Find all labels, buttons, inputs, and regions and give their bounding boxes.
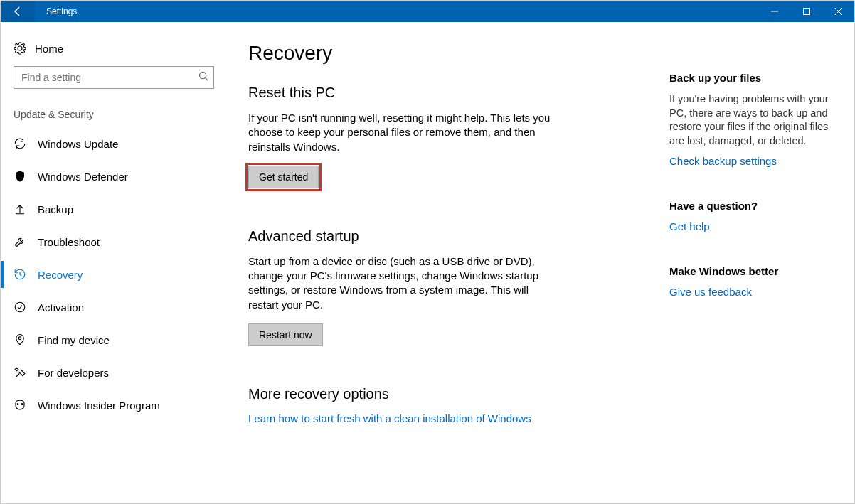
question-block: Have a question? Get help [669,200,833,232]
home-label: Home [35,43,63,55]
search-icon [198,71,209,84]
advanced-startup-section: Advanced startup Start up from a device … [248,228,647,346]
svg-point-5 [18,337,21,340]
restart-now-button[interactable]: Restart now [248,323,323,346]
sidebar-item-activation[interactable]: Activation [1,291,227,323]
more-recovery-section: More recovery options Learn how to start… [248,386,647,424]
backup-help-body: If you're having problems with your PC, … [669,92,833,148]
sidebar-item-label: Windows Update [38,138,118,150]
svg-rect-1 [803,9,809,15]
question-heading: Have a question? [669,200,833,212]
reset-body: If your PC isn't running well, resetting… [248,111,561,154]
feedback-heading: Make Windows better [669,265,833,277]
sidebar-item-backup[interactable]: Backup [1,193,227,225]
check-backup-link[interactable]: Check backup settings [669,155,833,167]
sidebar-item-label: Windows Defender [38,171,128,183]
sidebar-section-label: Update & Security [1,89,227,127]
close-button[interactable] [822,1,854,22]
sidebar-item-windows-defender[interactable]: Windows Defender [1,160,227,193]
titlebar: Settings [1,1,854,22]
tools-icon [14,366,38,379]
get-started-button[interactable]: Get started [248,166,319,188]
sidebar-item-label: Windows Insider Program [38,400,160,412]
maximize-button[interactable] [790,1,822,22]
sidebar-item-label: Activation [38,301,84,313]
window-title: Settings [35,6,77,16]
backup-help-heading: Back up your files [669,72,833,84]
fresh-install-link[interactable]: Learn how to start fresh with a clean in… [248,412,647,424]
sidebar-item-label: For developers [38,367,109,379]
search-input-wrapper[interactable] [14,66,214,89]
advanced-body: Start up from a device or disc (such as … [248,254,561,312]
insider-icon [14,399,38,412]
page-title: Recovery [248,42,647,65]
sidebar-item-label: Find my device [38,334,110,346]
upload-icon [14,203,38,215]
sidebar-item-label: Backup [38,203,73,215]
sidebar-item-recovery[interactable]: Recovery [1,258,227,291]
home-button[interactable]: Home [1,35,227,66]
gear-icon [14,42,35,55]
search-input[interactable] [21,72,198,83]
sidebar-item-label: Recovery [38,269,83,281]
sidebar-item-windows-insider[interactable]: Windows Insider Program [1,389,227,422]
location-icon [14,333,38,346]
give-feedback-link[interactable]: Give us feedback [669,286,833,298]
svg-point-7 [21,403,23,405]
wrench-icon [14,235,38,248]
check-circle-icon [14,301,38,313]
sidebar-item-troubleshoot[interactable]: Troubleshoot [1,225,227,258]
more-heading: More recovery options [248,386,647,402]
back-button[interactable] [1,1,35,22]
sidebar-item-find-my-device[interactable]: Find my device [1,323,227,356]
reset-heading: Reset this PC [248,85,647,101]
sync-icon [14,137,38,150]
svg-point-2 [199,72,206,78]
sidebar-item-windows-update[interactable]: Windows Update [1,127,227,160]
advanced-heading: Advanced startup [248,228,647,245]
minimize-button[interactable] [758,1,790,22]
sidebar-item-for-developers[interactable]: For developers [1,356,227,389]
svg-point-4 [15,302,25,312]
main-content: Recovery Reset this PC If your PC isn't … [248,42,647,503]
sidebar-item-label: Troubleshoot [38,236,100,248]
shield-icon [14,170,38,183]
help-column: Back up your files If you're having prob… [669,42,854,503]
feedback-block: Make Windows better Give us feedback [669,265,833,298]
get-help-link[interactable]: Get help [669,220,833,232]
svg-line-3 [206,78,208,80]
reset-section: Reset this PC If your PC isn't running w… [248,85,647,188]
backup-help-block: Back up your files If you're having prob… [669,72,833,167]
history-icon [14,268,38,281]
sidebar: Home Update & Security Windows Update Wi… [1,22,227,503]
svg-point-6 [17,403,19,405]
